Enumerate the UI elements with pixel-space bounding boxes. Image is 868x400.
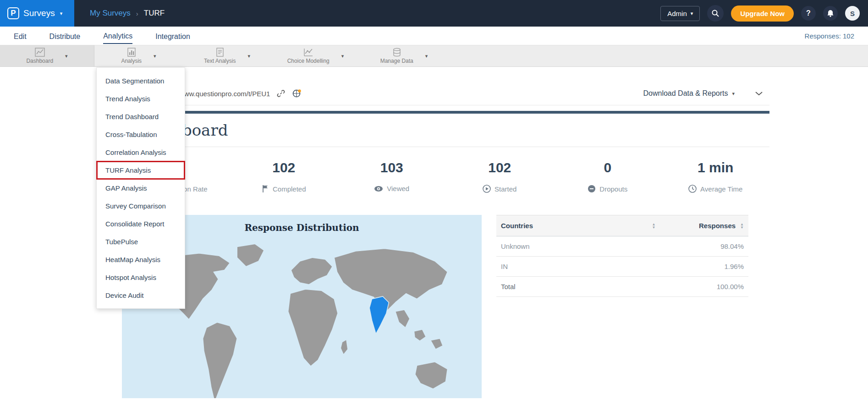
menu-item-hotspot-analysis[interactable]: Hotspot Analysis [97,268,185,286]
caret-down-icon[interactable]: ▾ [247,53,250,59]
admin-label: Admin [667,10,687,17]
responses-cell: 100.00% [660,277,749,297]
toolbar-label: Analysis [121,58,142,64]
caret-down-icon: ▾ [732,91,735,96]
toolbar-item-analysis[interactable]: Analysis ▾ [94,45,183,66]
bar-chart-icon [127,48,136,57]
copy-link-button[interactable] [276,89,286,98]
tab-integration[interactable]: Integration [155,28,190,44]
stat-label: Completed [273,185,306,193]
sort-icon[interactable]: ▲▼ [652,223,656,229]
header-actions: Admin ▾ Upgrade Now ? S [660,5,868,22]
caret-down-icon[interactable]: ▾ [154,53,156,59]
download-label: Download Data & Reports [643,89,728,98]
table-row: Unknown 98.04% [496,236,748,257]
stat-dropouts: 0 Dropouts [554,160,662,193]
stat-completed: 102 Completed [230,160,338,193]
stat-value: 102 [488,160,511,176]
menu-item-device-audit[interactable]: Device Audit [97,286,185,304]
line-chart-icon [35,48,45,57]
stat-label: Dropouts [599,185,627,193]
chevron-down-icon [755,91,763,96]
search-icon [711,9,720,17]
menu-item-trend-analysis[interactable]: Trend Analysis [97,90,185,108]
avatar-initial: S [850,10,855,17]
analytics-toolbar: Dashboard ▾ Analysis ▾ Text Analysis ▾ [0,45,868,67]
breadcrumb-current-survey: TURF [144,9,165,18]
toolbar-label: Dashboard [26,58,53,64]
survey-url-bar: https://www.questionpro.com/t/PEU1 Downl… [122,82,769,105]
menu-item-correlation-analysis[interactable]: Correlation Analysis [97,143,185,161]
caret-down-icon[interactable]: ▾ [425,53,428,59]
column-label: Countries [501,222,533,230]
menu-item-survey-comparison[interactable]: Survey Comparison [97,197,185,215]
share-button[interactable] [292,88,302,99]
link-icon [276,89,286,98]
column-header-countries[interactable]: Countries ▲▼ [496,215,660,236]
table-row: IN 1.96% [496,257,748,277]
notifications-button[interactable] [823,6,838,21]
menu-item-data-segmentation[interactable]: Data Segmentation [97,72,185,90]
column-header-responses[interactable]: Responses ▲▼ [660,215,749,236]
map-country-india[interactable] [369,296,389,334]
breadcrumb-my-surveys[interactable]: My Surveys [90,9,131,18]
toolbar-item-text-analysis[interactable]: Text Analysis ▾ [183,45,271,66]
top-header: P Surveys ▾ My Surveys › TURF Admin ▾ Up… [0,0,868,27]
menu-item-consolidate-report[interactable]: Consolidate Report [97,215,185,233]
download-data-reports-dropdown[interactable]: Download Data & Reports ▾ [643,89,735,98]
collapse-bar-button[interactable] [755,91,763,96]
caret-down-icon[interactable]: ▾ [65,53,68,59]
choice-chart-icon [303,48,313,57]
search-button[interactable] [707,5,724,22]
responses-cell: 98.04% [660,236,749,257]
dashboard-widgets: Response Distribution [122,215,769,398]
tab-distribute[interactable]: Distribute [49,28,81,44]
stat-viewed: 103 Viewed [338,160,446,193]
brand-label: Surveys [23,8,55,18]
responses-count: Responses: 102 [805,32,854,40]
stats-row: Completion Rate 102 Completed 103 [122,147,769,208]
admin-menu-button[interactable]: Admin ▾ [660,6,700,21]
toolbar-item-choice-modelling[interactable]: Choice Modelling ▾ [271,45,360,66]
menu-item-trend-dashboard[interactable]: Trend Dashboard [97,108,185,126]
help-button[interactable]: ? [801,6,816,21]
stat-label: Average Time [700,185,742,193]
question-mark-icon: ? [806,9,811,17]
bell-icon [826,9,835,17]
clock-icon [688,185,697,193]
toolbar-label: Manage Data [380,58,413,64]
caret-down-icon: ▾ [60,11,63,16]
eye-icon [374,186,383,192]
country-cell: IN [496,257,660,277]
breadcrumb: My Surveys › TURF [90,9,165,18]
analysis-dropdown-menu: Data Segmentation Trend Analysis Trend D… [96,67,185,309]
share-globe-icon [292,88,302,99]
tab-analytics[interactable]: Analytics [103,28,132,44]
responses-cell: 1.96% [660,257,749,277]
dashboard-content: https://www.questionpro.com/t/PEU1 Downl… [122,82,769,398]
stat-value: 103 [380,160,403,176]
menu-item-turf-analysis[interactable]: TURF Analysis [97,161,185,179]
minus-circle-icon [588,185,596,193]
stat-label: Started [494,185,516,193]
countries-table-card: Countries ▲▼ Responses ▲▼ [496,215,748,398]
surveys-product-switcher[interactable]: P Surveys ▾ [0,0,74,27]
play-circle-icon [483,185,491,193]
avatar[interactable]: S [845,6,860,21]
stat-started: 102 Started [446,160,554,193]
toolbar-label: Text Analysis [204,58,236,64]
stat-value: 102 [272,160,295,176]
country-cell: Total [496,277,660,297]
caret-down-icon[interactable]: ▾ [341,53,344,59]
toolbar-item-dashboard[interactable]: Dashboard ▾ [0,45,94,66]
flag-icon [262,185,269,193]
menu-item-cross-tabulation[interactable]: Cross-Tabulation [97,126,185,143]
menu-item-heatmap-analysis[interactable]: HeatMap Analysis [97,251,185,268]
menu-item-tubepulse[interactable]: TubePulse [97,233,185,251]
toolbar-item-manage-data[interactable]: Manage Data ▾ [360,45,448,66]
menu-item-gap-analysis[interactable]: GAP Analysis [97,179,185,197]
text-doc-icon [215,48,225,57]
sort-icon[interactable]: ▲▼ [740,223,744,229]
upgrade-now-button[interactable]: Upgrade Now [731,5,794,22]
tab-edit[interactable]: Edit [14,28,27,44]
